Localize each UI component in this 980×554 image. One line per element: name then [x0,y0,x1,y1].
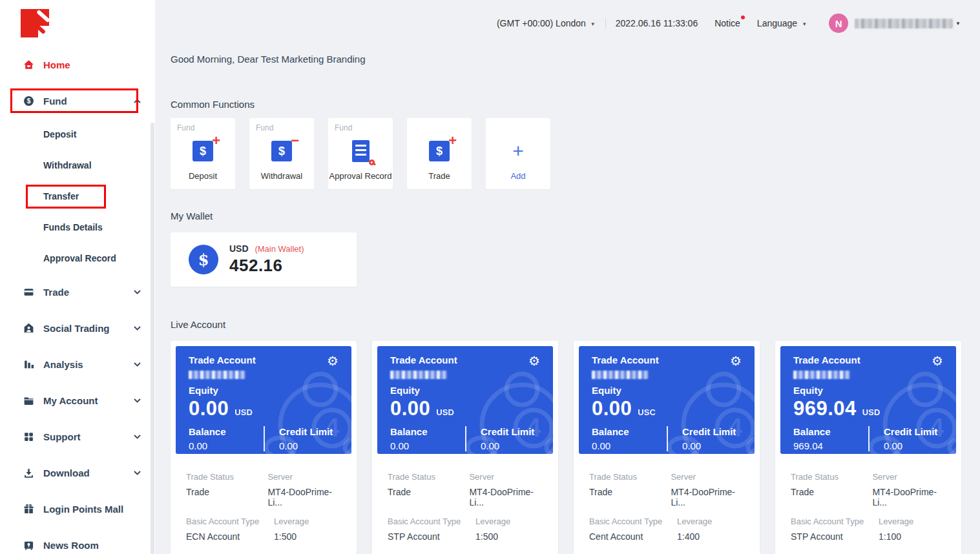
leverage-label: Leverage [274,517,309,526]
sidebar-item-approval-record[interactable]: Approval Record [0,243,155,274]
sidebar-item-login-points-mall[interactable]: Login Points Mall [0,491,155,527]
sidebar-item-label: Home [43,59,70,70]
sidebar-item-label: Approval Record [43,253,116,263]
leverage-label: Leverage [677,517,712,526]
chevron-down-icon [134,290,141,294]
timezone-dropdown[interactable]: (GMT +00:00) London▼ [497,18,596,28]
language-dropdown[interactable]: Language▼ [757,18,807,28]
equity-label: Equity [390,385,540,396]
trade-card-icon [23,287,34,298]
common-function-trade[interactable]: $+ Trade [407,118,472,189]
common-function-deposit[interactable]: Fund $+ Deposit [171,118,235,189]
fund-coin-icon: $ [23,96,34,107]
live-account-section: Live Account 4 Trade Account ⚙ [171,319,980,554]
sidebar-item-fund[interactable]: $ Fund [0,83,155,119]
caret-down-icon: ▼ [590,21,596,27]
sidebar-item-download[interactable]: Download [0,455,155,491]
download-icon [23,467,34,478]
sidebar-item-label: Social Trading [43,323,110,334]
trade-status-label: Trade Status [791,472,872,482]
sidebar-item-funds-details[interactable]: Funds Details [0,212,155,243]
balance-label: Balance [390,426,465,437]
divider [868,426,870,451]
timezone-label: (GMT +00:00) London [497,18,586,28]
username-blurred[interactable] [855,19,953,28]
folder-icon [23,395,34,406]
balance-label: Balance [189,426,264,437]
caret-down-icon: ▼ [802,21,807,27]
dollar-coin-icon: $ [189,245,218,274]
caret-down-icon: ▼ [955,21,961,26]
trade-account-title: Trade Account [390,354,457,365]
equity-value: 0.00 [189,397,229,420]
withdrawal-icon: $− [271,141,292,161]
account-type-label: Basic Account Type [791,517,879,526]
sidebar-item-social-trading[interactable]: Social Trading [0,310,155,346]
approval-record-icon [352,140,370,162]
account-type-value: ECN Account [186,531,274,542]
my-wallet-section: My Wallet $ USD (Main Wallet) 452.16 [171,210,357,287]
sidebar-item-deposit[interactable]: Deposit [0,119,155,150]
wallet-amount: 452.16 [229,256,304,276]
sidebar-item-transfer[interactable]: Transfer [0,181,155,212]
equity-currency: USD [235,407,252,417]
trade-status-label: Trade Status [388,472,469,482]
sidebar-item-trade[interactable]: Trade [0,274,155,310]
deposit-icon: $+ [193,141,213,161]
account-type-label: Basic Account Type [186,517,274,526]
card-label: Trade [407,171,472,181]
common-function-approval-record[interactable]: Fund Approval Record [328,118,393,189]
credit-limit-label: Credit Limit [279,426,333,437]
news-room-icon [23,540,34,551]
trade-account-title: Trade Account [592,354,659,365]
sidebar-item-home[interactable]: Home [0,46,155,83]
equity-currency: USD [436,407,454,417]
sidebar-item-label: Analysis [43,359,83,370]
card-label: Approval Record [328,171,393,181]
trade-account-title: Trade Account [793,354,860,365]
card-label: Withdrawal [249,171,314,181]
equity-label: Equity [793,385,943,396]
trade-status-value: Trade [791,487,872,497]
common-functions-section: Common Functions Fund $+ Deposit Fund $−… [171,99,550,189]
balance-value: 0.00 [592,440,667,451]
chevron-down-icon [134,398,141,403]
account-type-value: Cent Account [589,531,677,542]
wallet-currency: USD [229,243,249,254]
trade-new-order-icon: $+ [429,141,450,161]
gear-icon[interactable]: ⚙ [528,354,540,367]
equity-label: Equity [592,385,742,396]
notification-dot [741,15,745,19]
credit-limit-value: 0.00 [682,440,736,451]
sidebar-item-withdrawal[interactable]: Withdrawal [0,150,155,181]
sidebar-scrollbar[interactable] [151,123,154,554]
language-label: Language [757,18,797,28]
datetime-label: 2022.06.16 11:33:06 [616,18,698,28]
add-function-card[interactable]: + Add [486,118,550,189]
sidebar-item-label: Fund [43,96,67,107]
account-number-blurred [390,371,447,379]
leverage-value: 1:500 [274,531,309,542]
trade-status-value: Trade [589,487,671,497]
notice-button[interactable]: Notice [714,18,740,28]
common-function-withdrawal[interactable]: Fund $− Withdrawal [249,118,314,189]
topbar: (GMT +00:00) London▼ 2022.06.16 11:33:06… [155,0,980,46]
sidebar-item-label: Funds Details [43,222,103,232]
credit-limit-label: Credit Limit [481,426,534,437]
divider [264,426,265,451]
credit-limit-value: 0.00 [884,440,937,451]
gear-icon[interactable]: ⚙ [932,354,943,367]
avatar[interactable]: N [829,14,848,33]
server-label: Server [267,472,341,482]
divider [465,426,466,451]
sidebar-item-support[interactable]: Support [0,418,155,455]
leverage-label: Leverage [879,517,913,526]
sidebar-item-my-account[interactable]: My Account [0,382,155,418]
trade-account-panel: 4 Trade Account ⚙ Equity 969.04 USD Ba [780,346,956,454]
gear-icon[interactable]: ⚙ [327,354,339,367]
live-account-card: 4 Trade Account ⚙ Equity 0.00 USC Bala [574,341,760,554]
server-value: MT4-DooPrime-Li... [469,487,543,508]
sidebar-item-analysis[interactable]: Analysis [0,346,155,382]
sidebar-item-news-room[interactable]: News Room [0,527,155,554]
gear-icon[interactable]: ⚙ [730,354,742,367]
